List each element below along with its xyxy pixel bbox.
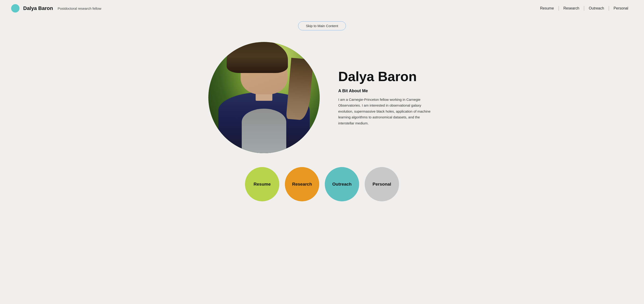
nav-resume[interactable]: Resume	[536, 6, 559, 10]
main-nav: Resume Research Outreach Personal	[536, 6, 633, 11]
nav-research[interactable]: Research	[559, 6, 584, 10]
about-text: I am a Carnegie-Princeton fellow working…	[338, 97, 436, 126]
site-header: Dalya Baron Postdoctoral research fellow…	[0, 0, 644, 17]
hero-text-section: Dalya Baron A Bit About Me I am a Carneg…	[338, 69, 436, 126]
hero-name: Dalya Baron	[338, 69, 436, 84]
nav-personal[interactable]: Personal	[609, 6, 633, 10]
shirt-inner	[242, 109, 286, 153]
site-subtitle: Postdoctoral research fellow	[58, 6, 101, 10]
about-heading: A Bit About Me	[338, 88, 436, 93]
circle-nav-resume[interactable]: Resume	[245, 167, 279, 201]
hair-shape	[227, 42, 288, 73]
circle-nav-outreach[interactable]: Outreach	[325, 167, 359, 201]
site-name: Dalya Baron	[23, 5, 53, 11]
header-left: Dalya Baron Postdoctoral research fellow	[11, 4, 102, 12]
circle-nav-research[interactable]: Research	[285, 167, 319, 201]
skip-section: Skip to Main Content	[0, 17, 644, 33]
circle-nav: Resume Research Outreach Personal	[0, 158, 644, 213]
profile-photo	[208, 42, 320, 153]
main-content: Dalya Baron A Bit About Me I am a Carneg…	[160, 33, 484, 158]
logo-circle	[11, 4, 20, 12]
profile-photo-bg	[208, 42, 320, 153]
nav-outreach[interactable]: Outreach	[584, 6, 609, 10]
circle-nav-personal[interactable]: Personal	[365, 167, 399, 201]
skip-to-main-button[interactable]: Skip to Main Content	[298, 21, 346, 30]
